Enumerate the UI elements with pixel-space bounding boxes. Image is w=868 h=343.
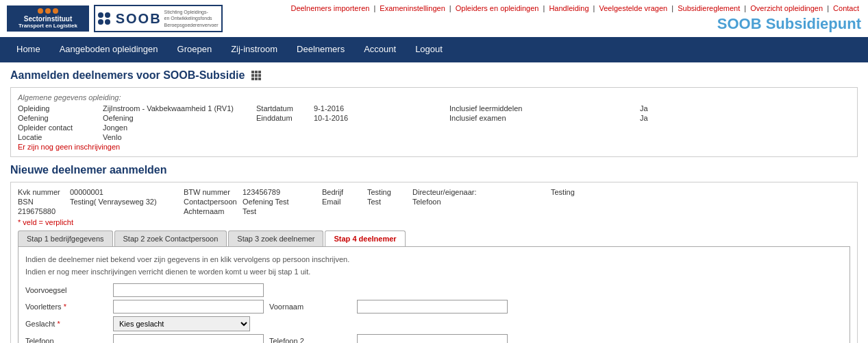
email-label: Email: [322, 198, 363, 206]
kvk-nummer-value: 00000001: [70, 188, 179, 196]
oefening-label: Oefening: [18, 114, 100, 122]
bsn-label: BSN: [18, 198, 66, 206]
opleider-contact-value: Jongen: [103, 123, 253, 132]
bsn-value: 219675880: [18, 207, 66, 215]
directeur-value: Testing: [551, 188, 606, 196]
tab-stap3[interactable]: Stap 3 zoek deelnemer: [228, 230, 323, 246]
nav-deelnemers[interactable]: Deelnemers: [287, 37, 354, 61]
voornaam-input[interactable]: [357, 300, 508, 314]
main-nav: Home Aangeboden opleidingen Groepen Zij-…: [0, 37, 868, 61]
geslacht-select-wrapper: Kies geslacht Man Vrouw: [113, 316, 264, 331]
startdatum-label: Startdatum: [256, 104, 311, 113]
geslacht-label: Geslacht *: [25, 320, 108, 328]
bedrijf-value: Testing: [367, 188, 408, 196]
telefoon2-label: Telefoon 2: [269, 337, 351, 343]
algemene-gegevens-block: Algemene gegevens opleiding: Opleiding Z…: [10, 87, 858, 157]
telefoon-input[interactable]: [113, 334, 264, 343]
main-title-text: Aanmelden deelnemers voor SOOB-Subsidie: [10, 69, 245, 82]
startdatum-value: 9-1-2016: [314, 104, 389, 113]
kvk-nummer-label: Kvk nummer: [18, 188, 66, 196]
voorletters-label-text: Voorletters: [25, 303, 62, 311]
header-top-right: Deelnemers importeren | Exameninstelling…: [223, 4, 861, 33]
contactpersoon-label: Contactpersoon: [184, 198, 238, 206]
contactpersoon-value: Oefening Test: [243, 198, 318, 206]
dot-orange2: [45, 8, 51, 14]
opleiding-value: ZijInstroom - Vakbekwaamheid 1 (RV1): [103, 104, 253, 113]
telefoon-label-kvk: Telefoon: [412, 198, 488, 206]
tab4-info-line2: Indien er nog meer inschrijvingen verric…: [25, 268, 310, 276]
voornaam-label: Voornaam: [269, 303, 351, 311]
no-inschrijvingen: Er zijn nog geen inschrijvingen: [18, 143, 850, 151]
nav-aangeboden-opleidingen[interactable]: Aangeboden opleidingen: [50, 37, 168, 61]
voorletters-label: Voorletters *: [25, 303, 108, 311]
content-area: Aanmelden deelnemers voor SOOB-Subsidie …: [0, 62, 868, 343]
oefening-value: Oefening: [103, 114, 253, 122]
directeur-label: Directeur/eigenaar:: [412, 188, 488, 196]
nav-link-exameninstellingen[interactable]: Exameninstellingen: [380, 4, 445, 12]
tab-stap1[interactable]: Stap 1 bedrijfgegevens: [18, 230, 113, 246]
soob-text: SOOB: [116, 11, 162, 27]
voorvoegsel-input[interactable]: [113, 283, 264, 297]
nav-link-opleiders[interactable]: Opleiders en opleidingen: [456, 4, 539, 12]
locatie-kvk-value: Testing( Venrayseweg 32): [70, 198, 179, 206]
nav-link-veelgestelde[interactable]: Veelgestelde vragen: [599, 4, 668, 12]
logo-sectorinstituut: Sectorinstituut Transport en Logistiek: [7, 5, 89, 32]
nav-groepen[interactable]: Groepen: [168, 37, 222, 61]
grid-icon: [251, 71, 261, 80]
inclusief-leermiddelen-value: Ja: [640, 104, 674, 113]
voorvoegsel-label: Voorvoegsel: [25, 286, 108, 294]
required-note: * veld = verplicht: [18, 218, 850, 226]
einddatum-label: Einddatum: [256, 114, 311, 122]
geslacht-select[interactable]: Kies geslacht Man Vrouw: [113, 316, 250, 331]
telefoon-label: Telefoon: [25, 337, 108, 343]
voorletters-input[interactable]: [113, 300, 264, 314]
nav-account[interactable]: Account: [354, 37, 406, 61]
einddatum-value: 10-1-2016: [314, 114, 389, 122]
tab4-info: Indien de deelnemer niet bekend voer zij…: [25, 254, 843, 278]
nav-link-contact[interactable]: Contact: [833, 4, 859, 12]
inclusief-examen-label: Inclusief examen: [449, 114, 532, 122]
opleiding-label: Opleiding: [18, 104, 100, 113]
tab4-content: Indien de deelnemer niet bekend voer zij…: [18, 246, 850, 343]
algemeen-label: Algemene gegevens opleiding:: [18, 93, 850, 102]
telefoon2-input[interactable]: [357, 334, 508, 343]
inclusief-leermiddelen-label: Inclusief leermiddelen: [449, 104, 532, 113]
inclusief-examen-value: Ja: [640, 114, 674, 122]
nieuwe-deelnemer-section: Nieuwe deelnemer aanmelden Kvk nummer 00…: [10, 164, 858, 343]
header: Sectorinstituut Transport en Logistiek S…: [0, 0, 868, 62]
nav-zij-instroom[interactable]: Zij-instroom: [221, 37, 287, 61]
deelnemer-block: Kvk nummer 00000001 BTW nummer 123456789…: [10, 182, 858, 343]
sectorinstituut-sub: Transport en Logistiek: [18, 23, 77, 29]
nav-link-subsidiereglement[interactable]: Subsidiereglement: [678, 4, 740, 12]
tab-stap2[interactable]: Stap 2 zoek Contactpersoon: [114, 230, 227, 246]
soob-sub: Stichting Opleidings-en Ontwikkelingsfon…: [164, 9, 219, 27]
tab-stap4[interactable]: Stap 4 deelnemer: [325, 230, 405, 246]
nieuwe-deelnemer-title: Nieuwe deelnemer aanmelden: [10, 164, 858, 176]
email-value: Test: [367, 198, 408, 206]
achternaam-value: Test: [243, 207, 318, 215]
nav-home[interactable]: Home: [7, 37, 50, 61]
nieuwe-deelnemer-title-text: Nieuwe deelnemer aanmelden: [10, 164, 167, 176]
logo-soob: SOOB Stichting Opleidings-en Ontwikkelin…: [94, 5, 223, 32]
geslacht-label-text: Geslacht: [25, 320, 55, 328]
dot-orange: [38, 8, 43, 14]
btw-nummer-label: BTW nummer: [184, 188, 238, 196]
dot-orange3: [53, 8, 58, 14]
nav-logout[interactable]: Logout: [406, 37, 452, 61]
locatie-value: Venlo: [103, 133, 253, 141]
tab4-info-line1: Indien de deelnemer niet bekend voer zij…: [25, 255, 349, 263]
page-title: Aanmelden deelnemers voor SOOB-Subsidie: [10, 69, 858, 82]
btw-nummer-value: 123456789: [243, 188, 318, 196]
nav-link-overzicht[interactable]: Overzicht opleidingen: [750, 4, 823, 12]
bedrijf-label: Bedrijf: [322, 188, 363, 196]
top-nav-links: Deelnemers importeren | Exameninstelling…: [288, 4, 861, 12]
tabs: Stap 1 bedrijfgegevens Stap 2 zoek Conta…: [18, 230, 850, 246]
achternaam-label: Achternaam: [184, 207, 238, 215]
nav-link-handleiding[interactable]: Handleiding: [549, 4, 588, 12]
site-title: SOOB Subsidiepunt: [717, 15, 861, 33]
sectorinstituut-name: Sectorinstituut: [24, 15, 73, 23]
locatie-label: Locatie: [18, 133, 100, 141]
nav-link-deelnemers-importeren[interactable]: Deelnemers importeren: [290, 4, 369, 12]
opleider-contact-label: Opleider contact: [18, 123, 100, 132]
header-top: Sectorinstituut Transport en Logistiek S…: [0, 0, 868, 37]
